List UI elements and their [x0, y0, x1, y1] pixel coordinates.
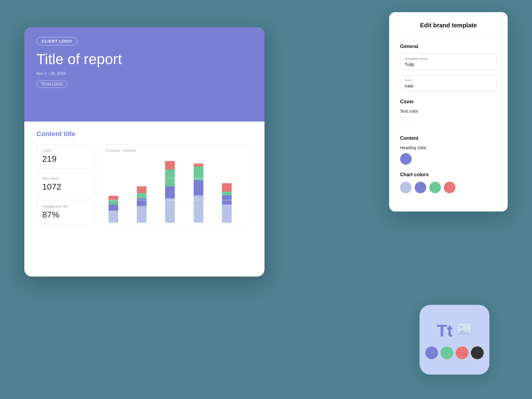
chart-color-4[interactable] — [444, 182, 455, 193]
chart-color-3[interactable] — [429, 182, 441, 193]
heading-color-swatch[interactable] — [400, 153, 412, 165]
heading-color-label: Heading color — [400, 145, 497, 150]
content-heading: Content — [400, 136, 497, 141]
bar-stack-4a — [194, 163, 203, 223]
panel-section-general: General Template name Tulip Font Inter — [400, 44, 497, 92]
report-content: Content title Leads 219 New Users 1072 E… — [24, 122, 264, 236]
metrics-column: Leads 219 New Users 1072 Engagament rate… — [36, 144, 94, 227]
font-field[interactable]: Font Inter — [400, 75, 497, 92]
chart-color-2[interactable] — [415, 182, 426, 193]
metric-value-engagement: 87% — [42, 210, 88, 220]
content-body: Leads 219 New Users 1072 Engagament rate… — [36, 144, 252, 227]
template-name-value: Tulip — [405, 62, 492, 67]
brand-dot-2 — [440, 346, 453, 359]
bar-stack-2a — [137, 186, 147, 223]
cover-heading: Cover — [400, 99, 497, 105]
bar-stack-5a — [222, 183, 232, 223]
template-name-label: Template name — [405, 57, 492, 60]
template-name-field[interactable]: Template name Tulip — [400, 53, 497, 70]
chart-label: Purchase - Channel — [106, 149, 247, 152]
brand-dot-3 — [456, 346, 468, 359]
brand-dot-4 — [471, 346, 484, 359]
svg-point-1 — [460, 325, 463, 328]
report-cover: CLIENT LOGO Title of report Nov 1 - 30, … — [24, 27, 264, 122]
chart-card: Purchase - Channel — [100, 144, 252, 227]
panel-section-content: Content Heading color — [400, 136, 497, 165]
brand-tt-text: Tt — [437, 321, 453, 340]
report-date: Nov 1 - 30, 2024 — [36, 71, 252, 76]
cover-text-color-label: Text color — [400, 109, 497, 114]
panel-title: Edit brand template — [400, 22, 497, 35]
font-box[interactable]: Font Inter — [400, 75, 497, 92]
metric-card-new-users: New Users 1072 — [36, 172, 94, 196]
report-preview-card: CLIENT LOGO Title of report Nov 1 - 30, … — [24, 27, 264, 277]
bar-group-2 — [137, 186, 159, 223]
metric-value-new-users: 1072 — [42, 182, 88, 192]
chart-area — [106, 156, 247, 223]
bar-stack-3a — [165, 161, 175, 223]
brand-icon: Tt — [420, 305, 489, 375]
font-value: Inter — [405, 83, 492, 88]
metric-value-leads: 219 — [42, 154, 88, 164]
report-title: Title of report — [36, 51, 252, 67]
content-title: Content title — [36, 130, 252, 138]
template-name-box[interactable]: Template name Tulip — [400, 53, 497, 70]
heading-color-row — [400, 153, 497, 165]
metric-card-leads: Leads 219 — [36, 144, 94, 168]
chart-colors-heading: Chart colors — [400, 172, 497, 177]
bar-group-4 — [194, 163, 216, 223]
panel-section-cover: Cover Text color — [400, 99, 497, 128]
bar-group-3 — [165, 161, 187, 223]
font-label: Font — [405, 78, 492, 82]
bar-group-1 — [109, 196, 131, 223]
team-logo-badge: TEAM LOGO — [36, 81, 67, 88]
cover-text-color-swatch[interactable] — [400, 117, 412, 128]
chart-colors-row — [400, 182, 497, 193]
brand-icon-top: Tt — [437, 321, 472, 340]
brand-image-icon — [456, 322, 472, 338]
panel-section-chart-colors: Chart colors — [400, 172, 497, 193]
cover-text-color-row — [400, 117, 497, 128]
client-logo-badge: CLIENT LOGO — [36, 37, 77, 45]
bar-stack-1a — [109, 196, 118, 223]
metric-label-engagement: Engagament rate — [42, 205, 88, 208]
brand-colors-row — [425, 346, 484, 359]
edit-brand-panel: Edit brand template General Template nam… — [389, 12, 508, 212]
general-heading: General — [400, 44, 497, 49]
bar-group-5 — [222, 183, 244, 223]
metric-label-new-users: New Users — [42, 177, 88, 180]
metric-card-engagement: Engagament rate 87% — [36, 200, 94, 224]
chart-color-1[interactable] — [400, 182, 412, 193]
brand-dot-1 — [425, 346, 438, 359]
metric-label-leads: Leads — [42, 149, 88, 152]
